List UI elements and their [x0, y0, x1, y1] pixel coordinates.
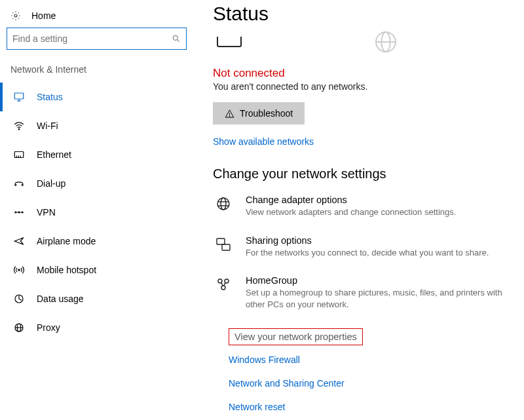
sharing-icon: [215, 237, 231, 252]
option-desc: View network adapters and change connect…: [246, 206, 456, 218]
view-network-properties-highlight[interactable]: View your network properties: [229, 328, 363, 345]
svg-rect-7: [14, 152, 24, 158]
globe-icon: [373, 29, 399, 55]
svg-rect-3: [14, 93, 24, 99]
option-desc: Set up a homegroup to share pictures, mu…: [246, 287, 511, 310]
wifi-icon: [13, 120, 25, 132]
svg-point-13: [15, 212, 16, 213]
category-label: Network & Internet: [0, 62, 193, 83]
svg-point-15: [22, 212, 23, 213]
option-adapter[interactable]: Change adapter options View network adap…: [215, 195, 511, 218]
svg-point-26: [217, 198, 229, 210]
svg-line-36: [224, 282, 225, 286]
sidebar-item-proxy[interactable]: Proxy: [0, 313, 193, 342]
main-content: Status Not connected You aren't connecte…: [193, 0, 524, 420]
hotspot-icon: [13, 264, 25, 276]
search-field[interactable]: [12, 33, 172, 44]
home-button[interactable]: Home: [0, 7, 193, 28]
svg-point-34: [221, 286, 225, 290]
svg-point-25: [229, 115, 230, 116]
option-homegroup[interactable]: HomeGroup Set up a homegroup to share pi…: [215, 275, 511, 310]
svg-line-35: [221, 282, 223, 286]
svg-point-11: [15, 184, 16, 185]
sidebar-item-ethernet[interactable]: Ethernet: [0, 140, 193, 169]
gear-icon: [10, 10, 21, 21]
sidebar-item-label: VPN: [37, 207, 56, 218]
proxy-icon: [13, 322, 25, 334]
sidebar-item-dialup[interactable]: Dial-up: [0, 169, 193, 198]
data-usage-icon: [13, 293, 25, 305]
airplane-icon: [13, 235, 25, 247]
dialup-icon: [13, 178, 25, 189]
option-title: Sharing options: [246, 235, 489, 246]
show-networks-link[interactable]: Show available networks: [213, 136, 314, 147]
homegroup-icon: [215, 277, 231, 292]
svg-point-27: [221, 198, 226, 210]
status-icon: [13, 91, 25, 103]
sidebar-item-status[interactable]: Status: [0, 83, 193, 111]
page-title: Status: [213, 3, 511, 25]
option-desc: For the networks you connect to, decide …: [246, 247, 489, 259]
device-icon: [217, 37, 242, 47]
sidebar-item-data-usage[interactable]: Data usage: [0, 284, 193, 313]
troubleshoot-label: Troubleshoot: [240, 108, 293, 119]
settings-sidebar: Home Network & Internet Status Wi-Fi: [0, 0, 193, 420]
status-diagram: [217, 29, 511, 55]
not-connected-heading: Not connected: [213, 67, 511, 80]
svg-point-12: [22, 184, 23, 185]
sidebar-item-hotspot[interactable]: Mobile hotspot: [0, 256, 193, 284]
ethernet-icon: [13, 149, 25, 161]
option-title: Change adapter options: [246, 195, 456, 205]
sidebar-item-label: Data usage: [37, 294, 84, 304]
network-sharing-center-link[interactable]: Network and Sharing Center: [229, 378, 511, 389]
view-network-properties-label: View your network properties: [234, 332, 357, 342]
home-label: Home: [31, 10, 56, 21]
sidebar-item-label: Status: [37, 92, 63, 102]
svg-point-16: [18, 269, 20, 271]
svg-rect-30: [217, 239, 225, 244]
svg-point-0: [14, 14, 17, 17]
sidebar-item-label: Airplane mode: [37, 236, 96, 246]
sidebar-item-label: Proxy: [37, 322, 60, 333]
option-title: HomeGroup: [246, 275, 511, 286]
vpn-icon: [13, 206, 25, 218]
sidebar-item-vpn[interactable]: VPN: [0, 198, 193, 227]
search-icon: [172, 34, 181, 43]
section-heading: Change your network settings: [213, 166, 511, 181]
not-connected-msg: You aren't connected to any networks.: [213, 81, 511, 92]
troubleshoot-button[interactable]: Troubleshoot: [213, 102, 305, 124]
windows-firewall-link[interactable]: Windows Firewall: [229, 354, 511, 365]
sidebar-item-label: Mobile hotspot: [37, 265, 96, 275]
search-input[interactable]: [7, 28, 187, 50]
sidebar-item-label: Dial-up: [37, 178, 66, 189]
svg-rect-31: [222, 244, 230, 250]
option-sharing[interactable]: Sharing options For the networks you con…: [215, 235, 511, 259]
svg-point-1: [173, 35, 178, 40]
network-reset-link[interactable]: Network reset: [229, 402, 511, 412]
sidebar-item-label: Ethernet: [37, 149, 71, 160]
sidebar-item-label: Wi-Fi: [37, 121, 58, 131]
warning-icon: [225, 109, 234, 119]
sidebar-item-airplane[interactable]: Airplane mode: [0, 227, 193, 256]
svg-point-6: [18, 129, 20, 130]
sidebar-item-wifi[interactable]: Wi-Fi: [0, 111, 193, 140]
adapter-icon: [215, 196, 231, 212]
svg-point-14: [18, 212, 20, 213]
svg-line-2: [177, 39, 179, 41]
